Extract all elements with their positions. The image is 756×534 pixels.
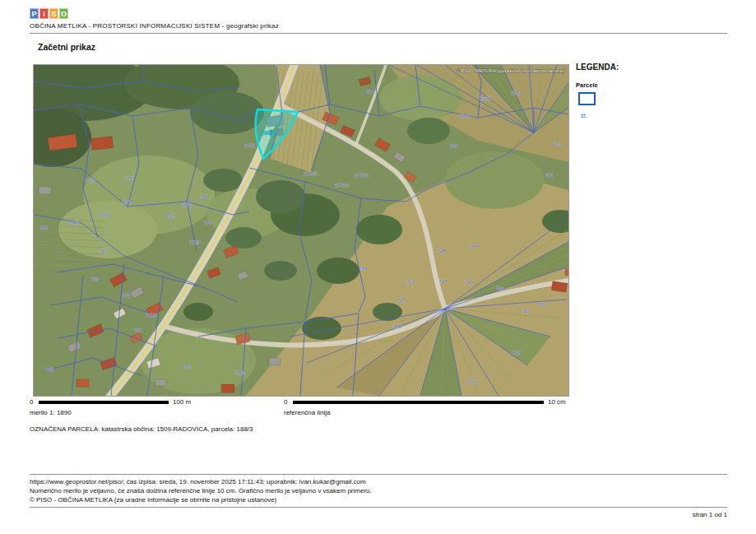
parcel-number-label: 622	[469, 378, 476, 383]
parcel-swatch	[578, 92, 596, 105]
parcel-number-label: 219	[450, 143, 457, 148]
footer-url-line: https://www.geoprostor.net/piso/; čas iz…	[30, 478, 366, 485]
parcel-number-label: 1772/1	[355, 173, 369, 178]
page-title: Začetni prikaz	[38, 42, 95, 52]
logo-letter-tile: O	[59, 8, 68, 19]
scalebar-right-end: 10 cm	[548, 398, 566, 406]
parcel-number-label: 222	[134, 327, 141, 332]
logo-letter-tile: S	[49, 8, 58, 19]
building	[551, 281, 567, 292]
footer-divider-bottom	[30, 507, 727, 508]
building	[565, 268, 568, 276]
parcel-number-label: 84/1	[45, 367, 54, 372]
parcel-number-label: 739	[496, 286, 503, 290]
footer-note-line: Numerično merilo je veljavno, če znaša d…	[30, 487, 372, 495]
parcel-number-label: 207	[167, 214, 174, 219]
map-copyright: © PISO - METLIKA (podatki za informativn…	[457, 68, 565, 73]
parcel-number-label: 233	[554, 142, 561, 146]
parcel-number-label: 747	[439, 279, 447, 284]
parcel-number-label: 209	[91, 276, 99, 281]
legend-item-label: št.	[581, 112, 724, 119]
map-frame: 188/3 2182791231/2219/221923324116721773…	[33, 64, 569, 397]
logo-letter-tile: I	[39, 8, 49, 19]
scalebar-left-bar	[39, 401, 169, 404]
building	[155, 379, 166, 386]
parcel-number-label: 1770	[85, 178, 95, 183]
parcel-number-label: 752	[123, 293, 130, 298]
parcel-number-label: 754	[359, 266, 367, 271]
parcel-number-label: 722	[522, 309, 530, 313]
header-line: OBČINA METLIKA - PROSTORSKI INFORMACIJSK…	[30, 22, 279, 30]
parcel-number-label: 219/2	[460, 114, 471, 118]
parcel-number-label: 777/5	[189, 240, 201, 245]
scalebar-right-bar	[293, 401, 544, 404]
header-divider	[30, 33, 727, 34]
parcel-number-label: 748	[438, 248, 445, 253]
parcel-number-label: 1771/2	[335, 183, 349, 188]
parcel-number-label: 753	[397, 298, 405, 303]
parcel-number-label: 1672	[244, 143, 254, 148]
selected-parcel-number: 188/3	[261, 130, 274, 136]
parcel-number-label: 744	[469, 244, 476, 248]
scalebar-right-start: 0	[284, 398, 287, 406]
footer-divider-top	[30, 474, 727, 475]
parcel-number-label: 764	[204, 221, 211, 225]
parcel-number-label: 1648	[123, 199, 132, 204]
parcel-number-label: 184/1	[68, 221, 80, 225]
selected-parcel-info: OZNAČENA PARCELA: katastrska občina: 150…	[30, 425, 253, 433]
legend: LEGENDA: Parcele št.	[576, 63, 724, 119]
piso-logo: PISO	[30, 8, 68, 19]
parcel-number-label: 1767	[124, 176, 134, 181]
parcel-number-label: 755	[393, 324, 401, 329]
building	[77, 379, 89, 387]
building	[269, 358, 281, 365]
page-number: stran 1 od 1	[30, 511, 727, 518]
parcel-number-label: 793	[183, 365, 191, 369]
parcel-number-label: 231/2	[480, 95, 491, 100]
logo-letter-tile: P	[30, 8, 39, 19]
scalebar-left-start: 0	[30, 398, 33, 406]
building	[39, 187, 51, 194]
scalebar-left-caption: merilo 1: 1890	[30, 409, 72, 416]
legend-group-label: Parcele	[576, 81, 724, 89]
building	[90, 137, 113, 151]
scalebar-right-caption: referenčna linija	[284, 409, 330, 416]
parcel-number-label: 740	[465, 280, 472, 285]
scalebar-left-end: 100 m	[173, 398, 191, 406]
parcel-number-label: 2791	[511, 91, 521, 95]
parcel-number-label: 766	[40, 225, 48, 230]
parcel-number-label: 218	[366, 89, 373, 94]
parcel-number-label: 781/1	[146, 313, 157, 318]
parcel-number-label: 1652	[182, 202, 192, 207]
parcel-number-label: 1773/1	[304, 171, 318, 176]
parcel-number-label: 241	[545, 173, 553, 178]
footer-copyright-line: © PISO - OBČINA METLIKA (za uradne infor…	[30, 496, 276, 504]
legend-title: LEGENDA:	[576, 63, 724, 72]
parcel-number-label: 1649	[99, 212, 109, 217]
print-page: PISO OBČINA METLIKA - PROSTORSKI INFORMA…	[0, 0, 756, 534]
parcel-number-label: 765	[200, 194, 207, 199]
parcel-number-label: 751	[406, 280, 414, 285]
parcel-number-label: 152	[100, 248, 107, 253]
parcel-number-label: 122	[513, 350, 520, 355]
building	[221, 384, 234, 392]
parcel-number-label: 721	[539, 302, 546, 307]
parcel-number-label: 792/3	[234, 370, 246, 375]
aerial-map: 188/3 2182791231/2219/221923324116721773…	[34, 65, 568, 396]
